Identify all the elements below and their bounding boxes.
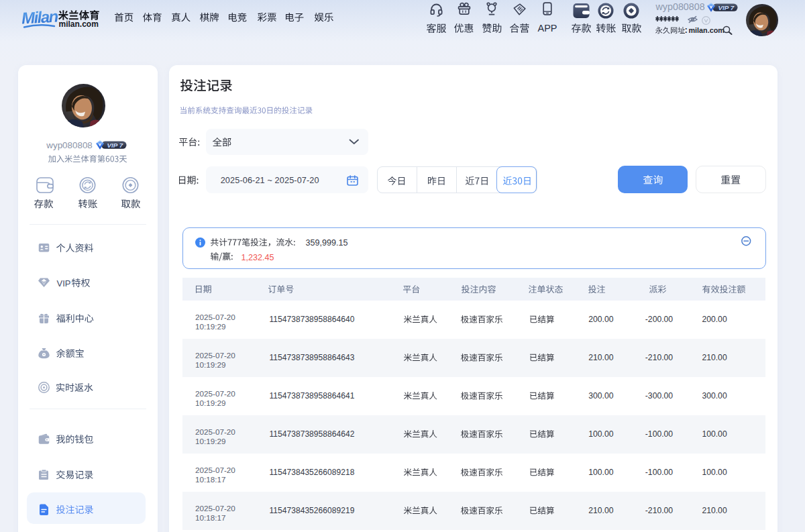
svg-text:VIP 7: VIP 7 bbox=[718, 3, 735, 11]
svg-text:VIP 7: VIP 7 bbox=[107, 141, 123, 148]
